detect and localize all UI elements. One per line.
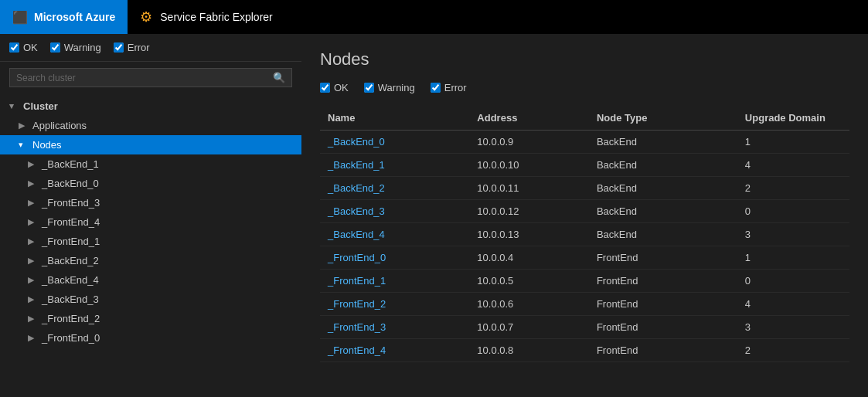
cell-address: 10.0.0.5 — [469, 270, 589, 293]
cell-nodetype: FrontEnd — [589, 339, 737, 362]
cell-address: 10.0.0.7 — [469, 316, 589, 339]
tree-item-label: _BackEnd_1 — [42, 158, 99, 170]
content-filter-warning-checkbox[interactable] — [364, 83, 374, 93]
tree-item-label: Applications — [32, 120, 87, 131]
cell-name: _BackEnd_3 — [320, 200, 469, 223]
sidebar-filter-warning-checkbox[interactable] — [50, 42, 60, 53]
cell-name: _FrontEnd_1 — [320, 270, 469, 293]
tree-item-label: _BackEnd_2 — [42, 255, 99, 266]
chevron-icon: ▶ — [28, 294, 39, 304]
cell-name: _FrontEnd_4 — [320, 339, 469, 362]
node-name-link[interactable]: _BackEnd_3 — [328, 205, 385, 217]
cell-address: 10.0.0.6 — [469, 293, 589, 316]
content-area: Nodes OK Warning Error Name Address — [301, 34, 868, 397]
content-filter-warning[interactable]: Warning — [364, 82, 415, 93]
table-row: _FrontEnd_1 10.0.0.5 FrontEnd 0 — [320, 270, 849, 293]
col-header-nodetype: Node Type — [589, 106, 737, 131]
node-name-link[interactable]: _FrontEnd_1 — [328, 275, 386, 287]
sidebar-filter-ok-checkbox[interactable] — [9, 42, 19, 53]
sidebar-tree-item[interactable]: ▶_BackEnd_1 — [0, 154, 301, 174]
sidebar-tree-item[interactable]: ▶_BackEnd_2 — [0, 251, 301, 270]
sidebar-filter-ok[interactable]: OK — [9, 42, 38, 53]
content-filter-error[interactable]: Error — [431, 82, 467, 93]
tree-item-label: Cluster — [23, 100, 58, 112]
table-row: _FrontEnd_0 10.0.0.4 FrontEnd 1 — [320, 246, 849, 270]
node-name-link[interactable]: _FrontEnd_3 — [328, 321, 386, 333]
table-row: _FrontEnd_3 10.0.0.7 FrontEnd 3 — [320, 316, 849, 339]
sidebar-tree-item[interactable]: ▶_BackEnd_0 — [0, 174, 301, 193]
chevron-icon: ▾ — [19, 140, 29, 150]
node-name-link[interactable]: _FrontEnd_2 — [328, 298, 386, 310]
cell-upgrade: 0 — [737, 270, 849, 293]
table-row: _FrontEnd_2 10.0.0.6 FrontEnd 4 — [320, 293, 849, 316]
main-layout: OK Warning Error 🔍 ▾Cluster▶Applications… — [0, 34, 868, 397]
sidebar-filter-error-label: Error — [128, 42, 150, 53]
content-filter-ok[interactable]: OK — [320, 82, 349, 93]
cell-address: 10.0.0.4 — [469, 246, 589, 270]
chevron-icon: ▶ — [28, 256, 39, 266]
content-filter-warning-label: Warning — [378, 82, 415, 93]
app-title: Service Fabric Explorer — [160, 11, 273, 23]
cell-address: 10.0.0.8 — [469, 339, 589, 362]
content-filter-bar: OK Warning Error — [320, 82, 849, 93]
sidebar-tree-item[interactable]: ▶_FrontEnd_3 — [0, 193, 301, 212]
page-title: Nodes — [320, 49, 849, 70]
cell-upgrade: 3 — [737, 223, 849, 246]
cell-nodetype: BackEnd — [589, 154, 737, 177]
azure-label: Microsoft Azure — [34, 11, 115, 23]
sidebar-filter-warning[interactable]: Warning — [50, 42, 101, 53]
node-name-link[interactable]: _FrontEnd_0 — [328, 252, 386, 263]
chevron-icon: ▶ — [28, 159, 39, 169]
cell-name: _BackEnd_0 — [320, 131, 469, 154]
search-icon[interactable]: 🔍 — [273, 72, 285, 83]
sidebar-tree-item[interactable]: ▶_BackEnd_3 — [0, 290, 301, 309]
node-name-link[interactable]: _BackEnd_2 — [328, 182, 385, 194]
sidebar-tree-item[interactable]: ▾Nodes — [0, 135, 301, 154]
content-filter-error-checkbox[interactable] — [431, 83, 441, 93]
cell-upgrade: 1 — [737, 246, 849, 270]
cell-address: 10.0.0.11 — [469, 177, 589, 200]
table-row: _BackEnd_1 10.0.0.10 BackEnd 4 — [320, 154, 849, 177]
sidebar-tree-item[interactable]: ▾Cluster — [0, 97, 301, 116]
sidebar-filter-warning-label: Warning — [64, 42, 101, 53]
node-name-link[interactable]: _BackEnd_1 — [328, 159, 385, 171]
tree-item-label: _BackEnd_0 — [42, 178, 99, 189]
content-filter-ok-checkbox[interactable] — [320, 83, 330, 93]
app-title-bar: ⚙ Service Fabric Explorer — [128, 8, 285, 25]
node-name-link[interactable]: _BackEnd_0 — [328, 136, 385, 148]
chevron-icon: ▶ — [28, 236, 39, 246]
sidebar-tree-item[interactable]: ▶_FrontEnd_1 — [0, 232, 301, 251]
cell-address: 10.0.0.12 — [469, 200, 589, 223]
nodes-table: Name Address Node Type Upgrade Domain _B… — [320, 106, 849, 362]
col-header-name: Name — [320, 106, 469, 131]
sidebar-tree-item[interactable]: ▶Applications — [0, 116, 301, 135]
sidebar-filter-error[interactable]: Error — [114, 42, 150, 53]
tree-item-label: _FrontEnd_3 — [42, 197, 100, 209]
table-row: _BackEnd_3 10.0.0.12 BackEnd 0 — [320, 200, 849, 223]
cell-nodetype: FrontEnd — [589, 316, 737, 339]
chevron-icon: ▶ — [28, 217, 39, 227]
azure-brand: ⬛ Microsoft Azure — [0, 0, 128, 34]
sidebar-tree-item[interactable]: ▶_FrontEnd_4 — [0, 212, 301, 232]
node-name-link[interactable]: _BackEnd_4 — [328, 229, 385, 240]
node-name-link[interactable]: _FrontEnd_4 — [328, 344, 386, 356]
col-header-upgrade: Upgrade Domain — [737, 106, 849, 131]
sidebar-tree-item[interactable]: ▶_BackEnd_4 — [0, 270, 301, 290]
search-input[interactable] — [16, 73, 273, 83]
cell-name: _FrontEnd_2 — [320, 293, 469, 316]
sidebar-tree-item[interactable]: ▶_FrontEnd_2 — [0, 309, 301, 328]
chevron-icon: ▶ — [28, 314, 39, 324]
search-box: 🔍 — [9, 68, 292, 87]
gear-icon: ⚙ — [140, 8, 152, 25]
chevron-icon: ▶ — [28, 198, 39, 208]
cell-nodetype: BackEnd — [589, 223, 737, 246]
cell-name: _BackEnd_4 — [320, 223, 469, 246]
cell-upgrade: 3 — [737, 316, 849, 339]
app-header: ⬛ Microsoft Azure ⚙ Service Fabric Explo… — [0, 0, 868, 34]
sidebar-tree-item[interactable]: ▶_FrontEnd_0 — [0, 328, 301, 348]
chevron-icon: ▶ — [19, 120, 29, 131]
sidebar-filter-error-checkbox[interactable] — [114, 42, 124, 53]
cell-nodetype: FrontEnd — [589, 246, 737, 270]
tree-item-label: _BackEnd_4 — [42, 274, 99, 286]
content-filter-error-label: Error — [444, 82, 467, 93]
